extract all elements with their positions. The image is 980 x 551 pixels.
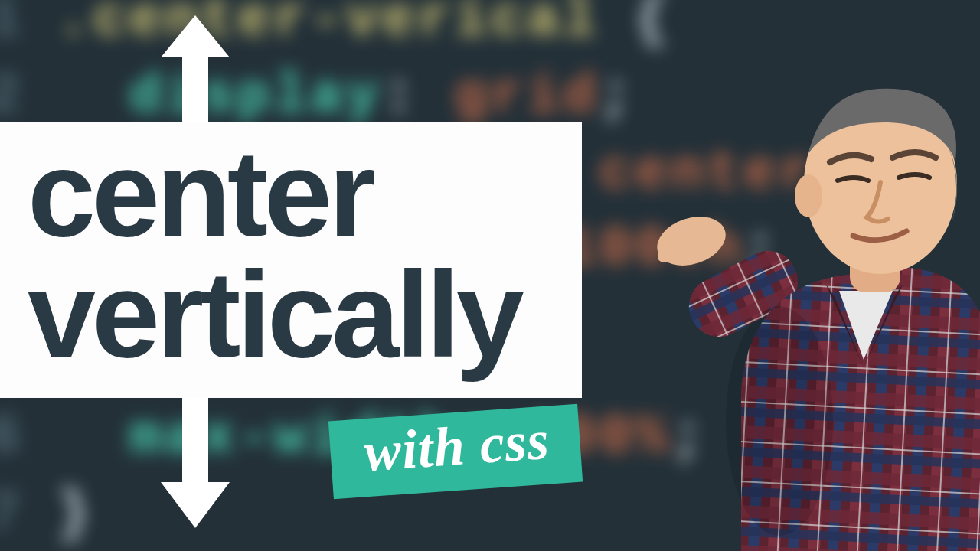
code-semicolon: ;: [599, 65, 635, 128]
code-semicolon: ;: [743, 218, 779, 281]
line-number: 2: [0, 65, 57, 128]
code-semicolon: ;: [815, 142, 851, 204]
code-colon: :: [382, 65, 418, 128]
subtitle-text: with css: [362, 409, 551, 484]
title-line-2: vertically: [28, 246, 521, 383]
code-value: grid: [454, 65, 599, 128]
arrow-down-icon: [161, 398, 230, 528]
line-number: 1: [0, 0, 57, 51]
code-brace: }: [57, 483, 93, 546]
svg-marker-0: [161, 15, 230, 122]
code-line-2: 2 display : grid ;: [0, 65, 635, 128]
code-line-1: 1 .center-verical {: [0, 0, 671, 51]
code-line-7: 7 }: [0, 483, 93, 546]
code-selector: .center-verical: [57, 0, 599, 51]
line-number: 7: [0, 483, 57, 546]
arrow-up-icon: [161, 15, 230, 122]
code-semicolon: ;: [671, 406, 707, 469]
title-card: center vertically: [0, 122, 582, 398]
title-line-1: center: [28, 125, 372, 262]
svg-marker-1: [161, 398, 230, 528]
title-text: center vertically: [28, 133, 521, 376]
code-brace: {: [635, 0, 671, 51]
code-value: center: [599, 142, 815, 204]
line-number: 6: [0, 406, 57, 469]
code-value: 100vh: [563, 218, 743, 281]
